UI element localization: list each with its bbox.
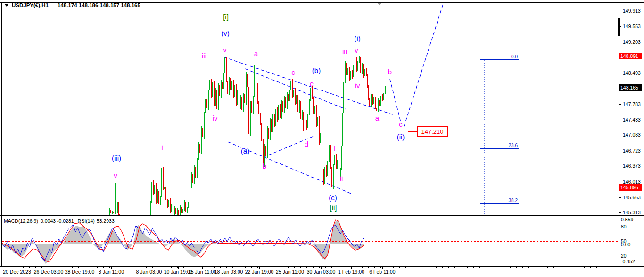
wave-label[interactable]: (a)	[241, 147, 249, 155]
time-axis-label: 28 Dec 19:00	[65, 269, 95, 275]
price-axis-tick: 147.433	[623, 117, 641, 122]
wave-label[interactable]: (iii)	[112, 154, 121, 162]
wave-label[interactable]: (i)	[354, 34, 360, 42]
price-badge: 148.165	[620, 85, 638, 90]
indicator-axis-label: 20	[621, 253, 627, 259]
wave-label[interactable]: iv	[213, 114, 218, 122]
price-axis-tick: 147.083	[623, 132, 641, 138]
wave-label[interactable]: iv	[355, 81, 360, 90]
wave-label[interactable]: [i]	[223, 13, 229, 21]
projection-lines[interactable]	[390, 2, 444, 126]
fib-level-label: 0.0	[511, 54, 518, 59]
price-axis-tick: 146.723	[623, 148, 641, 154]
price-axis-tick: 146.013	[623, 179, 641, 185]
price-axis-tick: 146.373	[623, 163, 641, 169]
wave-label[interactable]: i	[161, 143, 163, 151]
wave-label[interactable]: b	[388, 68, 392, 76]
chart-title-quotes: 148.174 148.186 148.157 148.165	[58, 2, 140, 8]
indicator-axis-label: -0.452	[621, 259, 635, 264]
price-axis-tick: 149.553	[623, 24, 641, 29]
wave-label[interactable]: (c)	[329, 194, 337, 202]
wave-label[interactable]: v	[223, 46, 227, 54]
wave-label[interactable]: ii	[340, 174, 343, 182]
price-axis-tick: 147.783	[623, 101, 641, 107]
time-axis-label: 25 Jan 11:00	[276, 269, 304, 275]
wave-label[interactable]: [ii]	[330, 204, 337, 212]
time-axis[interactable]: 20 Dec 202326 Dec 03:0028 Dec 19:003 Jan…	[3, 266, 615, 275]
price-axis-tick: 149.203	[623, 39, 641, 45]
symbol-dropdown-icon[interactable]	[4, 4, 9, 7]
price-badge: 145.895	[620, 185, 638, 190]
macd-values: 0.0043 -0.0281	[41, 218, 74, 224]
wave-label[interactable]: c	[291, 68, 295, 76]
time-axis-label: 6 Feb 11:00	[369, 269, 395, 275]
wave-label[interactable]: c	[399, 120, 403, 128]
time-axis-label: 26 Dec 03:00	[34, 269, 64, 275]
target-price-text: 147.210	[421, 128, 444, 135]
price-axis-tick: 149.913	[623, 8, 641, 14]
wave-label[interactable]: d	[305, 140, 308, 148]
time-axis-label: 22 Jan 19:00	[245, 269, 274, 275]
macd-label: MACD(12,26,9)	[4, 218, 38, 224]
indicator-readout: MACD(12,26,9)0.0043 -0.0281RSI(14)53.293…	[4, 218, 115, 224]
rsi-value: 53.2933	[97, 218, 115, 224]
rsi-label: RSI(14)	[78, 218, 95, 224]
wave-label[interactable]: v	[114, 171, 117, 179]
time-axis-label: 15 Jan 11:00	[188, 269, 216, 275]
time-axis-label: 1 Feb 19:00	[338, 269, 364, 275]
price-badge: 148.891	[620, 53, 638, 59]
wave-label[interactable]: iii	[202, 52, 206, 60]
fibonacci-retracement[interactable]: 0.023.638.2	[480, 54, 519, 214]
price-axis[interactable]: 149.913149.553149.203148.853148.493148.1…	[618, 2, 643, 277]
indicator-axis-label: 0.00	[621, 242, 631, 247]
wave-label[interactable]: (ii)	[397, 133, 405, 141]
horizontal-price-lines[interactable]	[2, 56, 619, 187]
chart-title-symbol: USDJPY(€),H1	[12, 2, 49, 8]
time-axis-label: 3 Jan 11:00	[99, 269, 124, 275]
price-axis-tick: 145.313	[623, 210, 641, 215]
indicator-axis-label: 0.559	[621, 217, 633, 222]
wave-label[interactable]: b	[263, 162, 266, 170]
indicator-pane	[2, 220, 618, 264]
price-target-label[interactable]: 147.210	[408, 127, 447, 136]
time-axis-label: 30 Jan 03:00	[307, 269, 336, 275]
price-axis-tick: 148.493	[623, 70, 641, 76]
indicator-axis-label: 80	[621, 224, 627, 229]
chart-window: 0.023.638.2 [i](v)viiiac(b)eivi(iii)v(a)…	[0, 0, 644, 277]
wave-labels[interactable]: [i](v)viiiac(b)eivi(iii)v(a)bdiii(c)[ii]…	[112, 13, 405, 212]
price-chart-canvas[interactable]: 0.023.638.2 [i](v)viiiac(b)eivi(iii)v(a)…	[0, 0, 644, 277]
wave-label[interactable]: v	[355, 46, 358, 54]
wave-label[interactable]: i	[334, 145, 335, 153]
wave-label[interactable]: a	[375, 114, 380, 122]
fib-level-label: 23.6	[509, 143, 518, 148]
wave-label[interactable]: e	[310, 80, 314, 88]
wave-label[interactable]: (b)	[312, 66, 321, 74]
wave-label[interactable]: (v)	[221, 29, 230, 37]
price-axis-tick: 145.663	[623, 195, 641, 200]
wave-label[interactable]: iii	[342, 47, 347, 55]
time-axis-label: 18 Jan 03:00	[215, 269, 243, 275]
fib-level-label: 38.2	[509, 198, 518, 203]
time-axis-label: 8 Jan 03:00	[136, 269, 162, 275]
wave-label[interactable]: a	[254, 49, 258, 57]
time-axis-label: 20 Dec 2023	[3, 269, 31, 275]
